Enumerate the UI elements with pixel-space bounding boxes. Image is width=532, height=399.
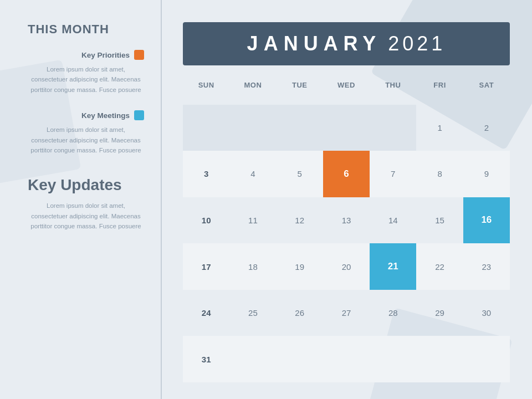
- sidebar: THIS MONTH Key Priorities Lorem ipsum do…: [0, 0, 161, 399]
- day-cell: 24: [183, 290, 229, 336]
- key-priorities-label: Key Priorities: [81, 51, 130, 59]
- day-cell: [277, 336, 323, 382]
- day-cell: 26: [277, 290, 323, 336]
- key-priorities-row: Key Priorities: [28, 50, 144, 60]
- key-meetings-color-box: [134, 110, 144, 120]
- day-cell: 5: [277, 151, 323, 197]
- calendar-section: JANUARY 2021 SUNMONTUEWEDTHUFRISAT123456…: [161, 0, 532, 399]
- day-cell: 14: [370, 197, 416, 244]
- day-header-mon: MON: [229, 76, 276, 105]
- day-header-thu: THU: [370, 76, 416, 105]
- day-cell: [183, 105, 229, 151]
- day-cell: 11: [229, 197, 276, 244]
- sidebar-title: THIS MONTH: [28, 22, 144, 37]
- day-cell: [229, 105, 276, 151]
- calendar-header: JANUARY 2021: [183, 22, 510, 65]
- day-cell: 21: [370, 243, 416, 290]
- key-updates-title: Key Updates: [28, 176, 144, 194]
- day-cell: 2: [463, 105, 510, 151]
- day-cell: 29: [416, 290, 463, 336]
- day-cell: 18: [229, 243, 276, 290]
- day-cell: 1: [416, 105, 463, 151]
- key-priorities-body: Lorem ipsum dolor sit amet, consectetuer…: [28, 64, 144, 95]
- day-cell: [370, 105, 416, 151]
- day-cell: 28: [370, 290, 416, 336]
- calendar-grid: SUNMONTUEWEDTHUFRISAT1234567891011121314…: [183, 76, 510, 382]
- calendar-year: 2021: [388, 32, 446, 55]
- calendar-month: JANUARY: [247, 32, 382, 55]
- key-meetings-label: Key Meetings: [81, 111, 130, 120]
- day-header-sat: SAT: [463, 76, 510, 105]
- day-cell: 7: [370, 151, 416, 197]
- day-cell: [370, 336, 416, 382]
- key-meetings-row: Key Meetings: [28, 110, 144, 120]
- day-cell: 12: [277, 197, 323, 244]
- day-cell: [277, 105, 323, 151]
- day-cell: 20: [323, 243, 370, 290]
- day-cell: 15: [416, 197, 463, 244]
- day-cell: 19: [277, 243, 323, 290]
- day-cell: 9: [463, 151, 510, 197]
- day-cell: 10: [183, 197, 229, 244]
- day-cell: 23: [463, 243, 510, 290]
- day-cell: 4: [229, 151, 276, 197]
- day-cell: 16: [463, 197, 510, 244]
- day-header-wed: WED: [323, 76, 370, 105]
- day-cell: 25: [229, 290, 276, 336]
- day-cell: 22: [416, 243, 463, 290]
- key-meetings-body: Lorem ipsum dolor sit amet, consectetuer…: [28, 125, 144, 155]
- sidebar-divider: [161, 0, 162, 399]
- day-cell: 6: [323, 151, 370, 197]
- page-container: THIS MONTH Key Priorities Lorem ipsum do…: [0, 0, 532, 399]
- key-updates-body: Lorem ipsum dolor sit amet, consectetuer…: [28, 201, 144, 231]
- day-cell: [323, 105, 370, 151]
- day-cell: 27: [323, 290, 370, 336]
- day-cell: [416, 336, 463, 382]
- day-cell: [463, 336, 510, 382]
- day-cell: 13: [323, 197, 370, 244]
- day-cell: 8: [416, 151, 463, 197]
- day-header-sun: SUN: [183, 76, 229, 105]
- day-cell: 17: [183, 243, 229, 290]
- day-cell: 30: [463, 290, 510, 336]
- day-cell: [323, 336, 370, 382]
- day-cell: 3: [183, 151, 229, 197]
- key-priorities-color-box: [134, 50, 144, 60]
- day-header-fri: FRI: [416, 76, 463, 105]
- day-cell: [229, 336, 276, 382]
- day-cell: 31: [183, 336, 229, 382]
- day-header-tue: TUE: [277, 76, 323, 105]
